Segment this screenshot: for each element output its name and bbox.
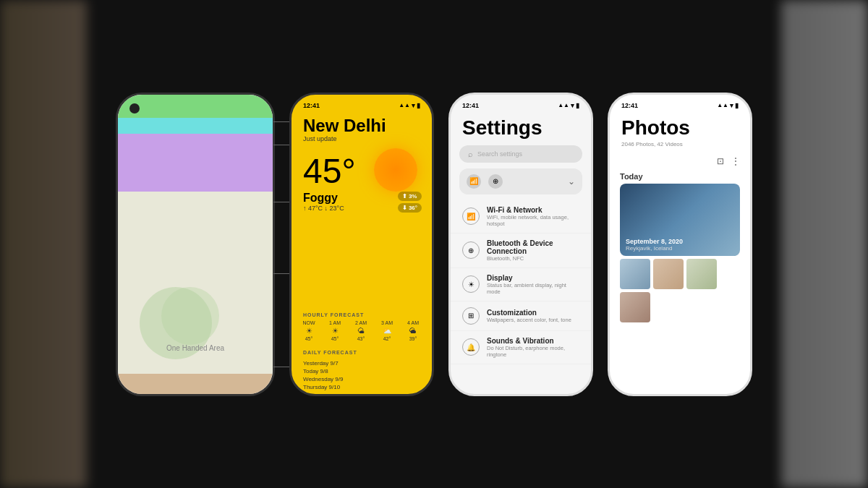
settings-custom-icon: ⊞	[462, 307, 480, 325]
photo-thumb-4[interactable]	[620, 292, 650, 322]
phone-photos: 12:41 ▲▲ ▾ ▮ Photos 2046 Photos, 42 Vide…	[608, 93, 752, 396]
settings-item-sound[interactable]: 🔔 Sounds & Vibration Do Not Disturb, ear…	[451, 331, 591, 364]
today-label: Today	[610, 169, 750, 184]
section-pagination-title	[118, 118, 273, 134]
daily-day-2: Wednesday 9/9	[303, 376, 343, 382]
daily-row-2: Wednesday 9/9	[303, 375, 420, 383]
settings-item-custom[interactable]: ⊞ Customization Wallpapers, accent color…	[451, 301, 591, 331]
diagram-phone-container: One Handed Area App Pagination Paginatio…	[116, 93, 275, 396]
settings-custom-sub: Wallpapers, accent color, font, tone	[487, 317, 579, 323]
section-app-pagination	[118, 95, 273, 118]
blur-right-panel	[781, 0, 868, 488]
photos-thumbnails	[610, 259, 750, 322]
settings-time: 12:41	[462, 102, 479, 109]
hour-temp-1: 45°	[331, 336, 339, 341]
settings-bt-icon: ⊕	[462, 241, 480, 259]
photos-wifi-icon: ▾	[730, 102, 733, 109]
settings-wifi-sub: WiFi, mobile network, data usage, hotspo…	[487, 214, 579, 227]
hour-icon-1: ☀	[332, 327, 339, 335]
toggle-icon-1[interactable]: 📶	[467, 174, 481, 189]
settings-custom-text: Customization Wallpapers, accent color, …	[487, 309, 579, 323]
hour-temp-3: 42°	[383, 336, 391, 341]
photo-thumb-3[interactable]	[686, 259, 717, 289]
settings-display-text: Display Status bar, ambient display, nig…	[487, 274, 579, 295]
hourly-label: HOURLY FORECAST	[292, 309, 432, 319]
weather-signal-icon: ▲▲	[399, 102, 410, 108]
photos-battery-icon: ▮	[735, 102, 739, 109]
section-action-bar	[118, 374, 273, 394]
hour-temp-0: 45°	[305, 336, 313, 341]
photos-subtitle: 2046 Photos, 42 Videos	[610, 141, 750, 153]
phone-diagram: One Handed Area	[116, 93, 275, 396]
settings-sound-sub: Do Not Disturb, earphone mode, ringtone	[487, 345, 579, 358]
settings-display-icon: ☀	[462, 275, 480, 293]
toggle-icon-2[interactable]: ⊕	[488, 174, 503, 189]
hour-time-2: 2 AM	[355, 320, 367, 325]
settings-item-wifi[interactable]: 📶 Wi-Fi & Network WiFi, mobile network, …	[451, 200, 591, 234]
phone-weather: 12:41 ▲▲ ▾ ▮ New Delhi Just update 45° ⬆…	[289, 93, 434, 396]
settings-sound-title: Sounds & Vibration	[487, 337, 579, 345]
search-icon: ⌕	[468, 150, 473, 158]
settings-status-icons: ▲▲ ▾ ▮	[558, 102, 579, 109]
settings-item-bt[interactable]: ⊕ Bluetooth & Device Connection Bluetoot…	[451, 234, 591, 268]
daily-label: DAILY FORECAST	[292, 347, 432, 356]
photos-toolbar: ⊡ ⋮	[610, 153, 750, 169]
photos-title: Photos	[610, 112, 750, 141]
hour-time-4: 4 AM	[407, 320, 419, 325]
weather-status-icons: ▲▲ ▾ ▮	[399, 102, 420, 109]
photos-hero-image[interactable]: September 8, 2020 Reykjavik, Iceland	[620, 184, 740, 256]
section-initial-spacing	[118, 134, 273, 192]
settings-status-bar: 12:41 ▲▲ ▾ ▮	[451, 95, 591, 112]
toggle-chevron[interactable]: ⌄	[568, 176, 575, 187]
settings-bt-sub: Bluetooth, NFC	[487, 255, 579, 262]
settings-search-bar[interactable]: ⌕ Search settings	[459, 145, 582, 163]
settings-sound-text: Sounds & Vibration Do Not Disturb, earph…	[487, 337, 579, 358]
settings-title: Settings	[451, 112, 591, 142]
phone-settings: 12:41 ▲▲ ▾ ▮ Settings ⌕ Search settings …	[448, 93, 593, 396]
section-scrollable: One Handed Area	[118, 192, 273, 374]
hour-time-1: 1 AM	[329, 320, 341, 325]
weather-wifi-icon: ▾	[412, 102, 415, 109]
hour-item-1: 1 AM ☀ 45°	[325, 320, 345, 341]
photos-date-overlay: September 8, 2020	[626, 238, 683, 245]
hour-icon-4: 🌥	[409, 327, 417, 335]
settings-custom-title: Customization	[487, 309, 579, 317]
weather-header: New Delhi Just update	[292, 112, 432, 148]
weather-main: 45° ⬆ 3% ⬇ 36° Foggy ↑ 47°C ↓ 23°C	[292, 148, 432, 309]
settings-item-display[interactable]: ☀ Display Status bar, ambient display, n…	[451, 268, 591, 301]
weather-sun-icon	[374, 148, 417, 192]
photo-thumb-2[interactable]	[653, 259, 684, 289]
settings-wifi-icon: 📶	[462, 207, 480, 225]
photo-thumb-1[interactable]	[620, 259, 650, 289]
daily-row-0: Yesterday 9/7	[303, 359, 420, 367]
weather-subtitle: Just update	[303, 135, 420, 142]
hour-item-2: 2 AM 🌤 43°	[351, 320, 371, 341]
settings-sound-icon: 🔔	[462, 338, 480, 356]
settings-wifi-icon: ▾	[571, 102, 574, 109]
hour-time-3: 3 AM	[381, 320, 393, 325]
hour-item-4: 4 AM 🌥 39°	[403, 320, 423, 341]
hour-icon-0: ☀	[306, 327, 312, 335]
blur-left-panel	[0, 0, 87, 488]
hour-temp-2: 43°	[357, 336, 365, 341]
settings-display-title: Display	[487, 274, 579, 282]
settings-bt-title: Bluetooth & Device Connection	[487, 239, 579, 255]
weather-badge-2: ⬇ 36°	[398, 203, 422, 213]
settings-bt-text: Bluetooth & Device Connection Bluetooth,…	[487, 239, 579, 262]
hour-item-0: NOW ☀ 45°	[299, 320, 319, 341]
settings-quick-toggles[interactable]: 📶 ⊕ ⌄	[459, 168, 582, 194]
search-placeholder: Search settings	[477, 150, 522, 158]
main-content: One Handed Area App Pagination Paginatio…	[116, 93, 752, 396]
settings-display-sub: Status bar, ambient display, night mode	[487, 282, 579, 295]
more-icon[interactable]: ⋮	[731, 156, 740, 166]
daily-section: Yesterday 9/7 Today 9/8 Wednesday 9/9 Th…	[292, 356, 432, 394]
cast-icon[interactable]: ⊡	[717, 156, 724, 166]
daily-day-0: Yesterday 9/7	[303, 360, 339, 367]
photos-signal-icon: ▲▲	[717, 102, 728, 108]
daily-day-3: Thursday 9/10	[303, 384, 340, 390]
photos-hero-meta: September 8, 2020 Reykjavik, Iceland	[620, 234, 689, 256]
weather-city: New Delhi	[303, 116, 420, 135]
weather-status-bar: 12:41 ▲▲ ▾ ▮	[292, 95, 432, 112]
photos-grid: September 8, 2020 Reykjavik, Iceland	[610, 184, 750, 394]
daily-day-1: Today 9/8	[303, 368, 328, 374]
